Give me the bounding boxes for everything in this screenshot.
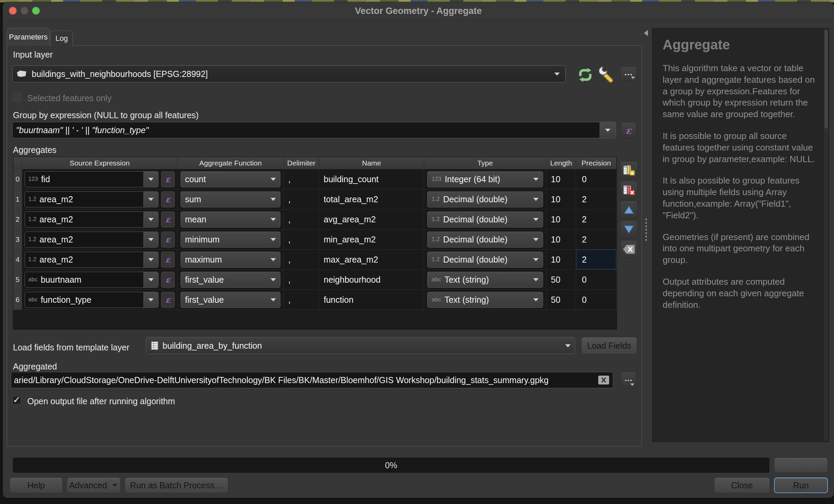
open-output-checkbox[interactable]: ✓: [12, 396, 21, 405]
clear-aggregates-button[interactable]: [620, 240, 638, 258]
collapse-help-panel-icon[interactable]: [644, 30, 648, 36]
name-cell[interactable]: building_count: [319, 169, 424, 189]
aggregate-function-combo[interactable]: sum: [181, 191, 280, 207]
length-cell[interactable]: 10: [546, 250, 576, 270]
row-index[interactable]: 6: [13, 290, 22, 310]
precision-cell[interactable]: 0: [576, 270, 617, 290]
row-index[interactable]: 5: [13, 270, 22, 290]
precision-cell[interactable]: 2: [576, 250, 617, 270]
aggregate-function-combo[interactable]: first_value: [181, 292, 280, 308]
delimiter-cell[interactable]: ,: [284, 250, 319, 270]
source-expression-combo[interactable]: abc buurtnaam: [25, 272, 158, 288]
delimiter-cell[interactable]: ,: [284, 209, 319, 230]
aggregate-function-combo[interactable]: count: [181, 171, 280, 187]
help-scrollbar-thumb[interactable]: [824, 30, 828, 129]
move-down-button[interactable]: [620, 221, 638, 238]
source-dropdown-button[interactable]: [143, 272, 158, 287]
help-button[interactable]: Help: [10, 477, 63, 493]
row-index[interactable]: 3: [13, 230, 22, 250]
source-expression-combo[interactable]: abc function_type: [25, 292, 158, 308]
name-cell[interactable]: neighbourhood: [319, 270, 424, 290]
expression-builder-button[interactable]: ε: [161, 171, 175, 187]
length-cell[interactable]: 10: [546, 169, 576, 189]
iterate-over-layer-icon[interactable]: [577, 67, 593, 82]
aggregate-function-combo[interactable]: first_value: [181, 272, 280, 288]
length-cell[interactable]: 10: [546, 189, 576, 209]
name-cell[interactable]: max_area_m2: [319, 250, 424, 270]
type-combo[interactable]: 1.2 Decimal (double): [427, 191, 543, 207]
source-dropdown-button[interactable]: [143, 212, 158, 227]
aggregate-function-combo[interactable]: maximum: [181, 252, 280, 268]
name-cell[interactable]: function: [319, 290, 424, 310]
precision-cell[interactable]: 2: [576, 189, 617, 209]
source-dropdown-button[interactable]: [143, 232, 158, 247]
type-combo[interactable]: abc Text (string): [427, 292, 543, 308]
delimiter-cell[interactable]: ,: [284, 189, 319, 209]
name-cell[interactable]: avg_area_m2: [319, 209, 424, 230]
precision-cell[interactable]: 0: [576, 169, 617, 189]
wrench-advanced-options-icon[interactable]: [597, 65, 617, 84]
type-combo[interactable]: 1.2 Decimal (double): [427, 252, 543, 268]
source-dropdown-button[interactable]: [143, 252, 158, 267]
delimiter-cell[interactable]: ,: [284, 169, 319, 189]
length-cell[interactable]: 10: [546, 209, 576, 230]
expression-builder-button[interactable]: ε: [161, 211, 175, 227]
output-browse-dots-button[interactable]: …: [621, 372, 636, 388]
delimiter-cell[interactable]: ,: [284, 290, 319, 310]
tab-log[interactable]: Log: [50, 31, 73, 46]
type-combo[interactable]: 1.2 Decimal (double): [427, 232, 543, 248]
source-expression-combo[interactable]: 1.2 area_m2: [25, 211, 158, 227]
add-aggregate-button[interactable]: [620, 161, 638, 179]
advanced-button[interactable]: Advanced: [67, 477, 121, 493]
source-dropdown-button[interactable]: [143, 172, 158, 187]
remove-aggregate-button[interactable]: [620, 181, 638, 199]
titlebar[interactable]: Vector Geometry - Aggregate: [3, 2, 834, 19]
name-cell[interactable]: min_area_m2: [319, 230, 424, 250]
row-index[interactable]: 2: [13, 209, 22, 230]
run-as-batch-button[interactable]: Run as Batch Process…: [125, 477, 228, 493]
source-expression-combo[interactable]: 1.2 area_m2: [25, 232, 158, 248]
name-cell[interactable]: total_area_m2: [319, 189, 424, 209]
length-cell[interactable]: 10: [546, 230, 576, 250]
help-scrollbar[interactable]: [824, 29, 828, 441]
precision-cell[interactable]: 0: [576, 290, 617, 310]
type-combo[interactable]: 1.2 Decimal (double): [427, 211, 543, 227]
length-cell[interactable]: 50: [546, 270, 576, 290]
tab-parameters[interactable]: Parameters: [7, 28, 50, 46]
group-by-expression-builder-button[interactable]: ε: [621, 123, 636, 138]
source-expression-combo[interactable]: 1.2 area_m2: [25, 252, 158, 268]
source-dropdown-button[interactable]: [143, 292, 158, 308]
expression-builder-button[interactable]: ε: [161, 191, 175, 207]
output-file-field[interactable]: aried/Library/CloudStorage/OneDrive-Delf…: [11, 372, 613, 388]
source-expression-combo[interactable]: 1.2 area_m2: [25, 191, 158, 207]
length-cell[interactable]: 50: [546, 290, 576, 310]
input-layer-combo[interactable]: buildings_with_neighbourhoods [EPSG:2899…: [12, 65, 566, 82]
precision-cell[interactable]: 2: [576, 209, 617, 230]
aggregate-function-combo[interactable]: mean: [181, 211, 280, 227]
template-layer-combo[interactable]: building_area_by_function: [146, 337, 575, 354]
row-index[interactable]: 1: [13, 189, 22, 209]
delimiter-cell[interactable]: ,: [284, 230, 319, 250]
close-button[interactable]: Close: [714, 477, 770, 493]
type-combo[interactable]: 123 Integer (64 bit): [427, 171, 543, 187]
clear-output-icon[interactable]: [598, 375, 609, 385]
panel-splitter-handle[interactable]: [645, 219, 647, 241]
load-fields-button[interactable]: Load Fields: [581, 337, 637, 354]
row-index[interactable]: 4: [13, 250, 22, 270]
expression-builder-button[interactable]: ε: [161, 252, 175, 268]
delimiter-cell[interactable]: ,: [284, 270, 319, 290]
row-index[interactable]: 0: [13, 169, 22, 189]
expression-dropdown-button[interactable]: [600, 122, 616, 138]
expression-builder-button[interactable]: ε: [161, 292, 175, 308]
source-expression-combo[interactable]: 123 fid: [25, 171, 158, 187]
group-by-expression-combo[interactable]: "buurtnaam" || ' - ' || "function_type": [12, 122, 616, 138]
move-up-button[interactable]: [620, 201, 638, 219]
precision-cell[interactable]: 2: [576, 230, 617, 250]
input-options-dots-button[interactable]: …: [620, 67, 637, 81]
run-button[interactable]: Run: [774, 477, 828, 493]
expression-builder-button[interactable]: ε: [161, 232, 175, 248]
type-combo[interactable]: abc Text (string): [427, 272, 543, 288]
source-dropdown-button[interactable]: [143, 192, 158, 207]
aggregate-function-combo[interactable]: minimum: [181, 232, 280, 248]
expression-builder-button[interactable]: ε: [161, 272, 175, 288]
